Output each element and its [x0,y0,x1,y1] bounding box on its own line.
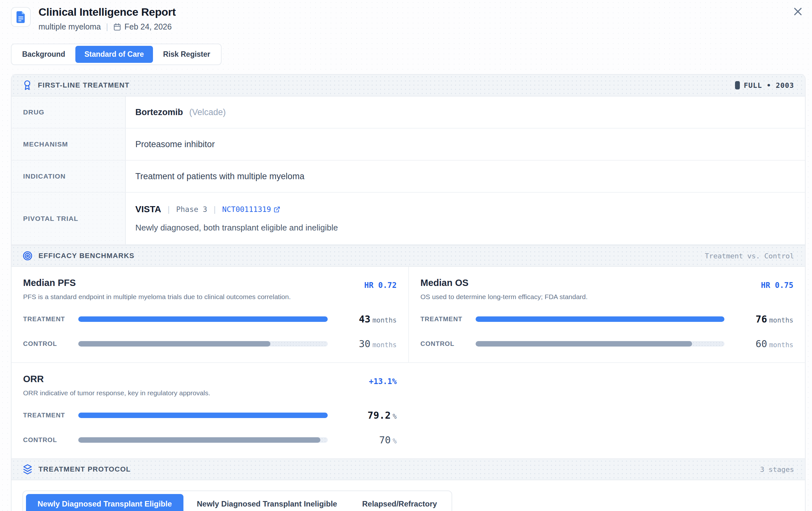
pivotal-trial-row-label: PIVOTAL TRIAL [11,193,126,244]
indication-row: INDICATION Treatment of patients with mu… [11,160,805,193]
benchmark-card-orr: ORR +13.1% ORR indicative of tumor respo… [11,363,408,458]
protocol-body: Newly Diagnosed Transplant Eligible Newl… [11,480,805,511]
trial-description: Newly diagnosed, both transplant eligibl… [135,223,795,233]
pivotal-trial-row-value: VISTA | Phase 3 | NCT00111319 Newly diag… [126,193,805,244]
efficacy-benchmarks-header: EFFICACY BENCHMARKS Treatment vs. Contro… [11,245,805,267]
tab-background[interactable]: Background [13,46,74,63]
hazard-ratio-badge: HR 0.72 [364,281,397,290]
treatment-bar-track [78,317,328,322]
treatment-protocol-header: TREATMENT PROTOCOL 3 stages [11,458,805,480]
close-button[interactable] [791,4,805,19]
stages-note: 3 stages [760,465,794,474]
drug-row-value: Bortezomib (Velcade) [126,96,805,128]
control-bar-row: CONTROL 30months [23,338,397,350]
mechanism-row: MECHANISM Proteasome inhibitor [11,128,805,160]
control-value: 30months [328,338,397,350]
report-icon-box [11,7,31,27]
treatment-bar-fill [78,413,328,418]
benchmark-empty-cell [408,363,805,458]
treatment-bar-row: TREATMENT 79.2% [23,410,397,421]
document-icon [15,10,27,23]
control-value: 70% [328,434,397,446]
indication-row-label: INDICATION [11,160,126,192]
trial-separator: | [213,205,216,214]
treatment-label: TREATMENT [420,315,475,323]
external-link-icon [273,206,280,213]
date-text: Feb 24, 2026 [124,22,172,31]
treatment-label: TREATMENT [23,412,78,419]
condition-label: multiple myeloma [38,22,101,31]
benchmark-card-os: Median OS HR 0.75 OS used to determine l… [408,267,805,363]
report-date: Feb 24, 2026 [113,22,172,31]
treatment-bar-track [475,317,724,322]
comparison-note: Treatment vs. Control [705,252,794,260]
control-bar-track [475,341,724,347]
target-icon [23,251,33,261]
protocol-stage-tabs: Newly Diagnosed Transplant Eligible Newl… [23,490,452,511]
drug-row-label: DRUG [11,96,126,128]
page-title: Clinical Intelligence Report [38,6,176,18]
benchmark-title: ORR [23,374,44,384]
calendar-icon [113,23,121,31]
stage-tab-relapsed-refractory[interactable]: Relapsed/Refractory [350,494,448,511]
treatment-bar-row: TREATMENT 43months [23,313,397,325]
treatment-value: 79.2% [328,410,397,421]
first-line-treatment-header: FIRST-LINE TREATMENT FULL • 2003 [11,75,805,96]
hazard-ratio-badge: HR 0.75 [761,281,793,290]
control-bar-track [78,437,328,443]
treatment-bar-row: TREATMENT 76months [420,313,793,325]
section-title-protocol: TREATMENT PROTOCOL [38,465,131,474]
control-bar-row: CONTROL 60months [420,338,793,350]
section-title-first-line: FIRST-LINE TREATMENT [38,81,129,89]
stage-tab-transplant-ineligible[interactable]: Newly Diagnosed Transplant Ineligible [185,494,349,511]
benchmark-card-pfs: Median PFS HR 0.72 PFS is a standard end… [11,267,408,363]
treatment-bar-fill [78,317,328,322]
report-tab-bar: Background Standard of Care Risk Registe… [11,43,222,65]
indication-row-value: Treatment of patients with multiple myel… [126,160,805,192]
approval-badge: FULL • 2003 [735,81,794,89]
section-title-efficacy: EFFICACY BENCHMARKS [38,252,134,260]
trial-summary-line: VISTA | Phase 3 | NCT00111319 [135,204,795,214]
benchmark-description: OS used to determine long-term efficacy;… [420,293,793,301]
delta-badge: +13.1% [369,377,397,386]
control-bar-fill [78,341,270,347]
standard-of-care-panel: FIRST-LINE TREATMENT FULL • 2003 DRUG Bo… [11,74,806,511]
stage-tab-transplant-eligible[interactable]: Newly Diagnosed Transplant Eligible [26,494,183,511]
control-value: 60months [724,338,793,350]
tab-risk-register[interactable]: Risk Register [154,46,220,63]
tab-standard-of-care[interactable]: Standard of Care [75,46,153,63]
benchmark-description: PFS is a standard endpoint in multiple m… [23,293,397,301]
mechanism-row-label: MECHANISM [11,128,126,160]
report-meta: multiple myeloma | Feb 24, 2026 [38,22,176,31]
benchmark-title: Median PFS [23,278,76,288]
control-bar-row: CONTROL 70% [23,434,397,446]
benchmark-description: ORR indicative of tumor response, key in… [23,389,397,397]
control-label: CONTROL [23,436,78,444]
close-icon [792,6,803,17]
control-bar-track [78,341,328,347]
treatment-bar-track [78,413,328,418]
control-bar-fill [78,437,320,443]
control-bar-fill [475,341,692,347]
meta-divider: | [106,22,108,31]
trial-phase: Phase 3 [176,205,207,213]
control-label: CONTROL [23,340,78,348]
drug-row: DRUG Bortezomib (Velcade) [11,96,805,128]
layers-icon [23,464,33,475]
pivotal-trial-row: PIVOTAL TRIAL VISTA | Phase 3 | NCT00111… [11,193,805,245]
nct-id-text: NCT00111319 [222,205,271,213]
treatment-label: TREATMENT [23,315,78,323]
approval-chip-icon [735,81,740,89]
award-icon [23,80,32,91]
treatment-value: 43months [328,313,397,325]
benchmarks-grid: Median PFS HR 0.72 PFS is a standard end… [11,267,805,458]
approval-badge-text: FULL • 2003 [744,82,794,89]
benchmark-title: Median OS [420,278,468,288]
control-label: CONTROL [420,340,475,348]
treatment-bar-fill [475,317,724,322]
treatment-value: 76months [724,313,793,325]
trial-separator: | [167,205,170,214]
report-titles: Clinical Intelligence Report multiple my… [38,4,176,31]
mechanism-row-value: Proteasome inhibitor [126,128,805,160]
nct-link[interactable]: NCT00111319 [222,205,280,213]
